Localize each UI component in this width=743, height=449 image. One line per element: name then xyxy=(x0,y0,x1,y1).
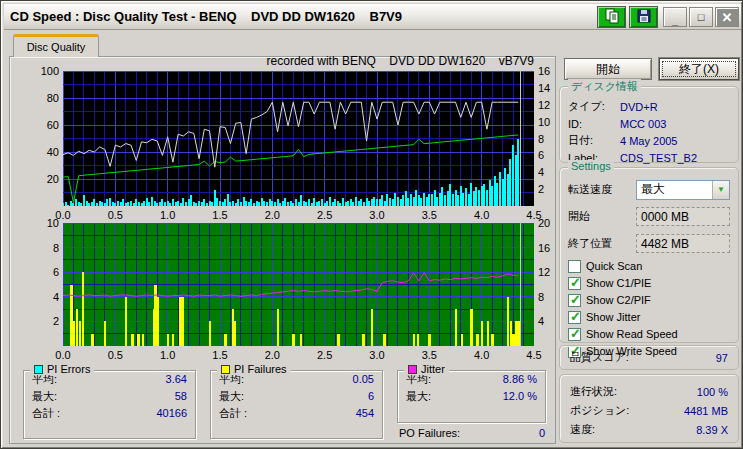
stop-button[interactable]: 終了(X) xyxy=(659,58,739,80)
checkbox[interactable]: ✓ xyxy=(568,311,581,324)
disc-info-value: MCC 003 xyxy=(620,118,666,130)
axis-tick-label: 4.0 xyxy=(467,208,497,222)
stat-label: 最大: xyxy=(406,389,431,404)
chevron-down-icon[interactable]: ▼ xyxy=(712,181,729,199)
speed-label: 速度: xyxy=(570,422,595,437)
tab-disc-quality[interactable]: Disc Quality xyxy=(13,34,99,57)
checkbox-label: Show C1/PIE xyxy=(586,277,651,289)
position-label: ポジション: xyxy=(570,403,629,418)
settings-title: Settings xyxy=(568,160,614,172)
checkbox-show-c1-pie[interactable]: ✓ Show C1/PIE xyxy=(560,275,738,291)
checkbox-quick-scan[interactable]: ✓ Quick Scan xyxy=(560,258,738,274)
close-icon: ✕ xyxy=(722,11,733,24)
disc-info-value: CDS_TEST_B2 xyxy=(620,152,697,164)
chart-plot xyxy=(63,71,534,206)
axis-tick-label: 40 xyxy=(27,145,59,159)
progress-row: 進行状況:100 % xyxy=(560,382,738,401)
pi-failures-panel: PI Failures 平均:0.05 最大:6 合計 :454 xyxy=(210,370,383,439)
checkbox-show-jitter[interactable]: ✓ Show Jitter xyxy=(560,309,738,325)
copy-icon xyxy=(604,8,620,27)
stat-row: 合計 :454 xyxy=(211,405,382,422)
jitter-legend-swatch xyxy=(408,365,417,374)
stat-row: 最大:58 xyxy=(24,388,195,405)
save-icon xyxy=(636,8,652,27)
quality-score-value: 97 xyxy=(716,352,728,364)
stat-row: 最大:6 xyxy=(211,388,382,405)
axis-tick-label: 2.0 xyxy=(257,348,287,362)
recorded-with-label: recorded with BENQ DVD DD DW1620 vB7V9 xyxy=(63,54,534,68)
axis-tick-label: 16 xyxy=(538,64,562,78)
disc-info-row: ID:MCC 003 xyxy=(560,115,738,132)
transfer-speed-label: 転送速度 xyxy=(568,182,612,197)
pi-errors-legend-swatch xyxy=(34,365,43,374)
copy-results-button[interactable] xyxy=(597,6,626,28)
window-title: CD Speed : Disc Quality Test - BENQ DVD … xyxy=(4,9,402,24)
check-icon: ✓ xyxy=(570,292,581,307)
transfer-speed-row: 転送速度 最大 ▼ xyxy=(560,176,738,203)
axis-tick-label: 4.0 xyxy=(467,348,497,362)
axis-tick-label: 2.5 xyxy=(310,208,340,222)
axis-tick-label: 1.0 xyxy=(153,208,183,222)
pi-failures-title: PI Failures xyxy=(234,363,287,375)
stat-label: 合計 : xyxy=(219,406,247,421)
stat-label: 最大: xyxy=(32,389,57,404)
checkbox-show-c2-pif[interactable]: ✓ Show C2/PIF xyxy=(560,292,738,308)
stat-value: 12.0 % xyxy=(503,389,537,404)
transfer-speed-value: 最大 xyxy=(637,181,712,199)
titlebar[interactable]: CD Speed : Disc Quality Test - BENQ DVD … xyxy=(4,4,741,30)
disc-info-row: 日付:4 May 2005 xyxy=(560,132,738,149)
progress-value: 100 % xyxy=(697,386,728,398)
checkbox[interactable]: ✓ xyxy=(568,294,581,307)
axis-tick-label: 1.5 xyxy=(205,208,235,222)
save-button[interactable] xyxy=(629,6,658,28)
checkbox[interactable]: ✓ xyxy=(568,277,581,290)
stat-value: 3.64 xyxy=(166,372,187,387)
start-button[interactable]: 開始 xyxy=(564,58,652,80)
checkbox[interactable]: ✓ xyxy=(568,328,581,341)
check-icon: ✓ xyxy=(570,275,581,290)
stat-value: 58 xyxy=(175,389,187,404)
maximize-button[interactable]: □ xyxy=(689,7,713,27)
close-button[interactable]: ✕ xyxy=(715,7,739,27)
disc-info-value: 4 May 2005 xyxy=(620,135,677,147)
pi-failures-legend-swatch xyxy=(221,365,230,374)
axis-tick-label: 80 xyxy=(27,91,59,105)
checkbox-show-read-speed[interactable]: ✓ Show Read Speed xyxy=(560,326,738,342)
stat-value: 40166 xyxy=(156,406,187,421)
axis-tick-label: 60 xyxy=(27,118,59,132)
axis-tick-label: 2 xyxy=(27,314,59,328)
start-position-row: 開始 0000 MB xyxy=(560,203,738,230)
stat-row: 最大:12.0 % xyxy=(398,388,545,405)
end-position-field[interactable]: 4482 MB xyxy=(636,234,730,253)
stat-label: 合計 : xyxy=(32,406,60,421)
disc-info-label: タイプ: xyxy=(568,99,620,114)
axis-tick-label: 0.0 xyxy=(48,348,78,362)
app-window: CD Speed : Disc Quality Test - BENQ DVD … xyxy=(0,0,743,449)
minimize-button[interactable]: _ xyxy=(663,7,687,27)
axis-tick-label: 3.5 xyxy=(414,208,444,222)
quality-score-label: 品質スコア: xyxy=(570,350,629,365)
quality-score-group: 品質スコア: 97 xyxy=(559,345,739,370)
check-icon: ✓ xyxy=(570,309,581,324)
axis-tick-label: 100 xyxy=(27,64,59,78)
quality-chart-top: 100806040201614121086420.00.51.01.52.02.… xyxy=(63,71,534,206)
axis-tick-label: 3.5 xyxy=(414,348,444,362)
position-row: ポジション:4481 MB xyxy=(560,401,738,420)
transfer-speed-select[interactable]: 最大 ▼ xyxy=(636,180,730,200)
axis-tick-label: 3.0 xyxy=(362,208,392,222)
pi-errors-panel: PI Errors 平均:3.64 最大:58 合計 :40166 xyxy=(23,370,196,439)
start-position-field[interactable]: 0000 MB xyxy=(636,207,730,226)
po-failures-value: 0 xyxy=(539,427,545,439)
titlebar-buttons: _ □ ✕ xyxy=(597,6,739,28)
quality-chart-bottom: 108642201612840.00.51.01.52.02.53.03.54.… xyxy=(63,223,534,346)
pi-errors-title: PI Errors xyxy=(47,363,90,375)
progress-group: 進行状況:100 % ポジション:4481 MB 速度:8.39 X xyxy=(559,374,739,443)
axis-tick-label: 10 xyxy=(27,216,59,230)
axis-tick-label: 4 xyxy=(27,290,59,304)
minimize-icon: _ xyxy=(672,15,678,26)
axis-tick-label: 6 xyxy=(27,265,59,279)
checkbox[interactable]: ✓ xyxy=(568,260,581,273)
axis-tick-label: 8 xyxy=(27,241,59,255)
axis-tick-label: 0.5 xyxy=(100,208,130,222)
chart-plot xyxy=(63,223,534,346)
